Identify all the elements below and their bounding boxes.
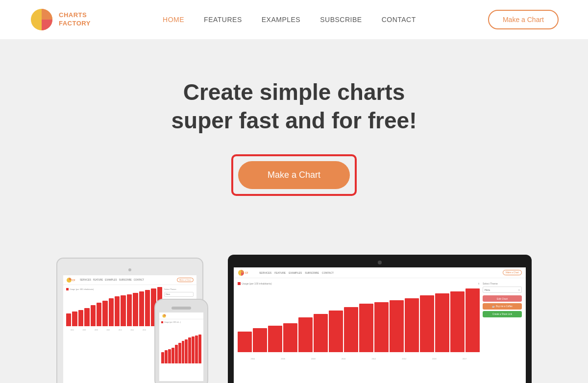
phone-notch: [172, 307, 191, 310]
devices-section: CF SERVICESFEATUREEXAMPLESSUBSCRIBECONTA…: [0, 255, 588, 383]
laptop-panel-theme-label: Select Theme: [483, 282, 522, 285]
nav-item-contact[interactable]: CONTACT: [382, 16, 416, 24]
laptop-coffee-button[interactable]: ☕Buy me a Coffee: [483, 303, 522, 310]
laptop-camera: [378, 261, 382, 264]
laptop-mini-nav-links: SERVICESFEATUREEXAMPLESSUBSCRIBECONTACT: [259, 271, 334, 274]
phone-screen: Usage (per 100 inh...): [159, 312, 203, 381]
logo[interactable]: CHARTS FACTORY: [29, 7, 91, 32]
navbar: CHARTS FACTORY HOME FEATURES EXAMPLES SU…: [0, 0, 588, 39]
svg-text:CF: CF: [72, 279, 75, 282]
nav-item-home[interactable]: HOME: [163, 16, 184, 24]
hero-title: Create simple charts super fast and for …: [172, 78, 417, 135]
laptop-chart-title: Usage (per 100 inhabitants): [242, 282, 272, 285]
tablet-chart-title: Usage (per 100 inhabitants): [70, 288, 94, 290]
nav-links: HOME FEATURES EXAMPLES SUBSCRIBE CONTACT: [163, 15, 416, 24]
tablet-chart-bars: 20042006200820102012201420162017: [66, 292, 162, 331]
tablet-mini-nav-links: SERVICESFEATUREEXAMPLESSUBSCRIBECONTACT: [80, 279, 144, 281]
laptop-share-link-button[interactable]: Create a Share Link: [483, 311, 522, 317]
nav-item-features[interactable]: FEATURES: [204, 16, 242, 24]
nav-make-chart-button[interactable]: Make a Chart: [488, 10, 559, 29]
nav-item-subscribe[interactable]: SUBSCRIBE: [320, 16, 362, 24]
nav-item-examples[interactable]: EXAMPLES: [262, 16, 300, 24]
hero-make-chart-button[interactable]: Make a Chart: [238, 161, 350, 189]
tablet-panel-theme-label: Select Theme: [164, 288, 194, 290]
brand-name: CHARTS FACTORY: [59, 11, 91, 28]
svg-text:CF: CF: [245, 271, 248, 274]
tablet-camera: [128, 268, 131, 271]
tablet-theme-select[interactable]: Hera: [164, 292, 194, 297]
hero-cta-highlight: Make a Chart: [231, 154, 357, 196]
laptop-mini-cta: Make a Chart: [503, 270, 522, 275]
laptop-screen: CF SERVICESFEATUREEXAMPLESSUBSCRIBECONTA…: [234, 267, 526, 383]
hero-section: Create simple charts super fast and for …: [0, 39, 588, 255]
laptop-edit-chart-button[interactable]: Edit Chart: [483, 295, 522, 302]
laptop-mockup: CF SERVICESFEATUREEXAMPLESSUBSCRIBECONTA…: [228, 255, 532, 383]
tablet-mini-cta: Make a Chart: [177, 278, 194, 282]
phone-mockup: Usage (per 100 inh...): [154, 299, 208, 383]
